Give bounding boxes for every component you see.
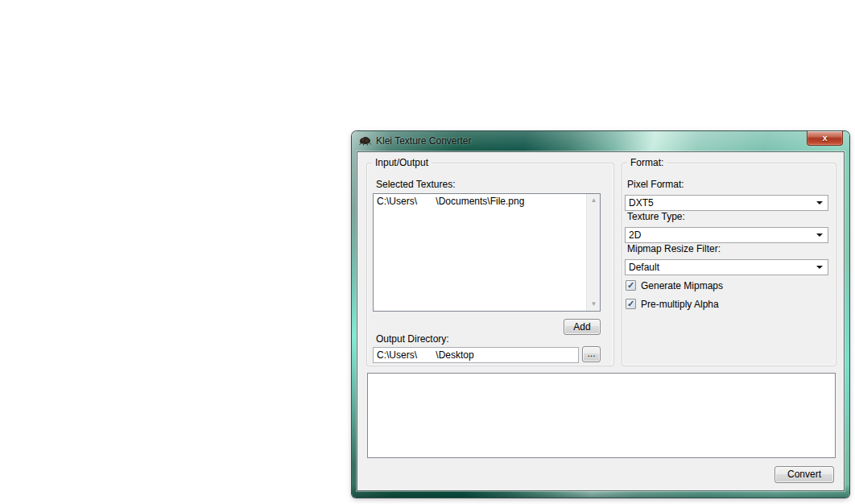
texture-list-item[interactable]: C:\Users\ \Documents\File.png [374,194,600,207]
format-group-label: Format: [627,157,667,168]
output-directory-label: Output Directory: [376,333,449,345]
pixel-format-label: Pixel Format: [627,179,684,190]
checkbox-check-icon[interactable]: ✓ [626,299,636,309]
mipmap-resize-filter-label: Mipmap Resize Filter: [627,243,721,254]
chevron-down-icon [816,201,823,204]
close-icon: x [822,133,827,143]
dialog-client-area: Input/Output Selected Textures: C:\Users… [357,151,845,491]
browse-button[interactable]: ... [582,346,601,362]
close-button[interactable]: x [807,131,843,146]
checkbox-check-icon[interactable]: ✓ [626,280,636,291]
mipmap-resize-filter-select[interactable]: Default [625,259,828,275]
window-title: Klei Texture Converter [376,135,472,147]
generate-mipmaps-label[interactable]: Generate Mipmaps [641,280,723,291]
output-directory-field[interactable]: C:\Users\ \Desktop [373,347,579,363]
app-icon [358,135,372,147]
input-output-group-label: Input/Output [372,157,432,168]
chevron-down-icon [816,233,823,237]
add-button[interactable]: Add [564,319,601,335]
premultiply-alpha-label[interactable]: Pre-multiply Alpha [641,299,719,310]
selected-textures-list[interactable]: C:\Users\ \Documents\File.png ▲ ▼ [373,193,601,312]
texture-type-label: Texture Type: [627,211,685,222]
pixel-format-value: DXT5 [629,197,654,209]
klei-texture-converter-window: Klei Texture Converter x Input/Output Se… [352,131,849,498]
titlebar[interactable]: Klei Texture Converter x [352,131,849,151]
texture-type-value: 2D [629,229,641,241]
selected-textures-label: Selected Textures: [376,179,456,190]
chevron-down-icon [816,266,823,269]
convert-button[interactable]: Convert [774,466,834,483]
list-scrollbar[interactable]: ▲ ▼ [586,194,600,311]
texture-type-select[interactable]: 2D [625,227,828,243]
mipmap-resize-filter-value: Default [629,262,659,273]
generate-mipmaps-checkbox[interactable]: ✓ Generate Mipmaps [626,280,787,291]
pixel-format-select[interactable]: DXT5 [625,195,828,211]
premultiply-alpha-checkbox[interactable]: ✓ Pre-multiply Alpha [626,299,787,310]
log-output-box[interactable] [367,373,836,458]
scroll-down-icon[interactable]: ▼ [587,298,601,311]
scroll-up-icon[interactable]: ▲ [587,194,601,207]
